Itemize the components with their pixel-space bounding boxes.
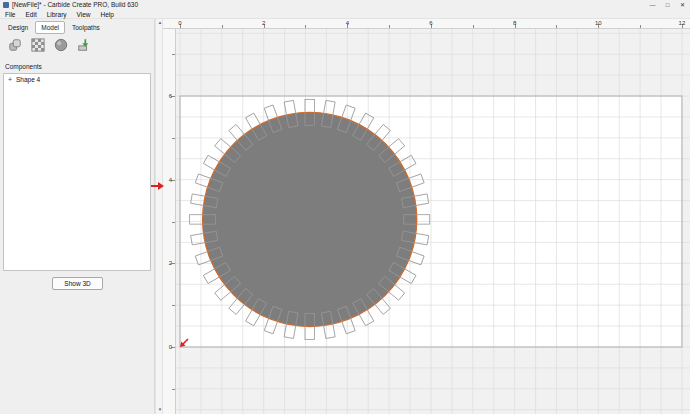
sidebar-tabs: Design Model Toolpaths: [2, 21, 106, 34]
model-toolbar: [5, 36, 94, 56]
ruler-tick: [172, 54, 175, 55]
ruler-label: 0: [178, 20, 181, 26]
ruler-label: 8: [513, 20, 516, 26]
menu-view[interactable]: View: [72, 10, 96, 19]
component-item-label: Shape 4: [16, 76, 40, 83]
ruler-tick: [222, 25, 223, 28]
menu-bar: File Edit Library View Help: [0, 10, 690, 19]
add-texture-button[interactable]: [28, 36, 48, 56]
horizontal-ruler: 024681012: [176, 19, 690, 29]
import-component-button[interactable]: [74, 36, 94, 56]
menu-edit[interactable]: Edit: [20, 10, 41, 19]
tab-design[interactable]: Design: [2, 21, 34, 34]
window-controls: — □ ✕: [645, 0, 690, 10]
ruler-label: 4: [346, 20, 349, 26]
component-item-shape4[interactable]: + Shape 4: [4, 74, 150, 85]
ruler-label: 10: [595, 20, 602, 26]
design-canvas[interactable]: [176, 29, 690, 414]
components-label: Components: [5, 63, 42, 70]
ruler-label: 12: [679, 20, 686, 26]
ruler-label: 0: [169, 344, 172, 350]
menu-file[interactable]: File: [0, 10, 20, 19]
window-title: [NewFile]* - Carbide Create PRO, Build 6…: [12, 0, 138, 10]
ruler-label: 6: [169, 93, 172, 99]
components-list[interactable]: + Shape 4: [3, 73, 151, 271]
ruler-corner: [163, 19, 176, 29]
ruler-tick: [172, 305, 175, 306]
ruler-tick: [172, 389, 175, 390]
ruler-label: 2: [262, 20, 265, 26]
add-shape-button[interactable]: [5, 36, 25, 56]
ruler-tick: [172, 138, 175, 139]
app-icon: [3, 2, 9, 8]
maximize-button[interactable]: □: [660, 0, 675, 10]
app-window: [NewFile]* - Carbide Create PRO, Build 6…: [0, 0, 690, 414]
ruler-tick: [172, 222, 175, 223]
tab-toolpaths[interactable]: Toolpaths: [66, 21, 106, 34]
sidebar: Design Model Toolpaths: [0, 19, 155, 414]
menu-help[interactable]: Help: [96, 10, 119, 19]
tab-model[interactable]: Model: [35, 21, 65, 34]
ruler-tick: [473, 25, 474, 28]
add-shape-icon: [8, 38, 22, 55]
close-button[interactable]: ✕: [675, 0, 690, 10]
ruler-label: 2: [169, 260, 172, 266]
add-texture-icon: [31, 38, 45, 55]
vertical-ruler: 6420: [163, 29, 176, 414]
ruler-tick: [640, 25, 641, 28]
ruler-label: 4: [169, 177, 172, 183]
show-3d-button[interactable]: Show 3D: [52, 277, 103, 290]
sidebar-scrollbar[interactable]: ▲ ▼: [155, 19, 163, 414]
ruler-tick: [305, 25, 306, 28]
menu-library[interactable]: Library: [42, 10, 72, 19]
import-component-icon: [77, 38, 91, 55]
ruler-tick: [389, 25, 390, 28]
sphere-tool-icon: [54, 38, 68, 55]
minimize-button[interactable]: —: [645, 0, 660, 10]
ruler-marker: [151, 176, 164, 194]
sphere-tool-button[interactable]: [51, 36, 71, 56]
ruler-tick: [556, 25, 557, 28]
expander-icon[interactable]: +: [7, 76, 13, 83]
shape-circle[interactable]: [203, 112, 417, 326]
ruler-label: 6: [429, 20, 432, 26]
title-bar[interactable]: [NewFile]* - Carbide Create PRO, Build 6…: [0, 0, 690, 10]
